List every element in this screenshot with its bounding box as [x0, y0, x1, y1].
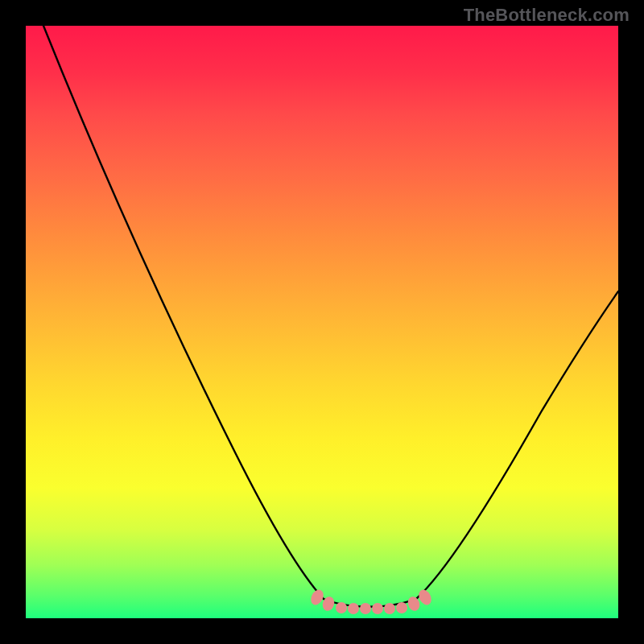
svg-point-6	[384, 603, 395, 614]
svg-point-3	[348, 603, 359, 614]
svg-point-7	[396, 602, 407, 613]
curve-left-branch	[43, 26, 324, 599]
marker-dots-group	[26, 584, 618, 618]
svg-point-5	[372, 603, 383, 614]
chart-curve	[26, 26, 618, 618]
svg-point-2	[336, 602, 347, 613]
svg-point-4	[360, 603, 371, 614]
chart-container: TheBottleneck.com	[0, 0, 644, 644]
marker-dots	[308, 588, 434, 614]
curve-right-branch	[416, 291, 618, 599]
watermark-text: TheBottleneck.com	[464, 5, 630, 26]
plot-area	[26, 26, 618, 618]
